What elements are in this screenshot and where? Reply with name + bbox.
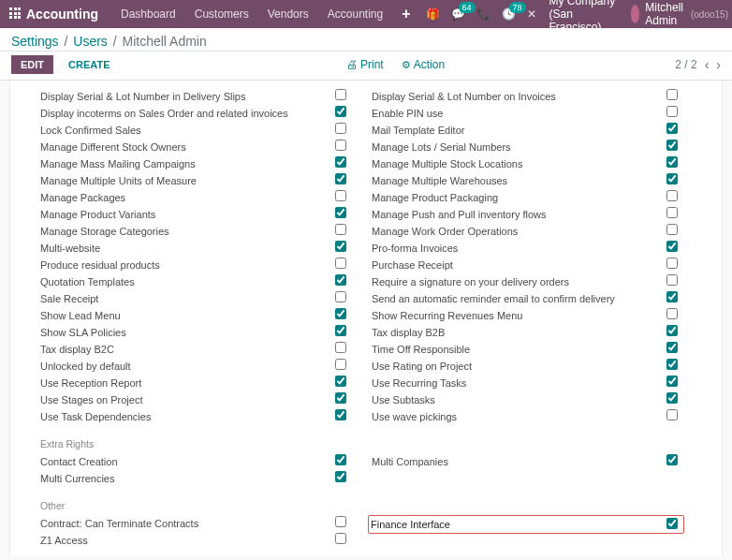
db-name: (odoo15): [691, 9, 728, 20]
permission-row: Use Reception Report: [40, 375, 353, 391]
extra-col-left: Contact CreationMulti Currencies: [40, 453, 372, 487]
nav-add-icon[interactable]: +: [402, 6, 410, 22]
nav-customers[interactable]: Customers: [195, 7, 249, 21]
permission-checkbox[interactable]: [666, 308, 678, 319]
permission-label: Quotation Templates: [40, 273, 329, 290]
phone-icon[interactable]: 📞: [476, 7, 490, 21]
permission-checkbox[interactable]: [666, 454, 678, 465]
permission-checkbox[interactable]: [335, 409, 346, 420]
permission-checkbox[interactable]: [335, 342, 346, 353]
permission-checkbox[interactable]: [335, 190, 346, 201]
app-brand[interactable]: Accounting: [26, 7, 98, 22]
avatar[interactable]: [631, 5, 639, 23]
permission-checkbox[interactable]: [666, 241, 678, 252]
edit-button[interactable]: EDIT: [11, 55, 53, 74]
permission-checkbox[interactable]: [335, 533, 346, 544]
permission-checkbox[interactable]: [666, 140, 678, 151]
create-button[interactable]: CREATE: [63, 58, 115, 71]
permission-checkbox[interactable]: [335, 471, 346, 482]
section-extra-rights: Extra Rights: [40, 438, 703, 449]
permission-checkbox[interactable]: [335, 241, 346, 252]
permission-checkbox[interactable]: [666, 190, 678, 201]
permission-row: Use Subtasks: [372, 391, 684, 408]
apps-icon[interactable]: [9, 7, 21, 21]
permission-checkbox[interactable]: [335, 123, 346, 134]
permission-row: Mail Template Editor: [372, 122, 684, 139]
messages-icon[interactable]: 💬64: [451, 7, 465, 21]
permission-checkbox[interactable]: [666, 89, 678, 100]
permission-checkbox[interactable]: [666, 106, 678, 117]
permission-checkbox[interactable]: [666, 342, 678, 353]
user-menu[interactable]: Mitchell Admin: [645, 1, 683, 27]
permission-checkbox[interactable]: [335, 454, 346, 465]
permission-checkbox[interactable]: [335, 359, 346, 370]
permission-row: Manage Mass Mailing Campaigns: [40, 155, 353, 172]
permission-checkbox[interactable]: [666, 207, 678, 218]
permission-checkbox[interactable]: [335, 89, 346, 100]
permission-row: Tax display B2B: [372, 324, 684, 341]
breadcrumb-users[interactable]: Users: [73, 34, 108, 49]
section-other: Other: [40, 500, 703, 511]
permission-label: Finance Interface: [371, 519, 666, 530]
permission-checkbox[interactable]: [335, 325, 346, 336]
company-selector[interactable]: My Company (San Francisco): [549, 0, 619, 34]
close-tray-icon[interactable]: ✕: [527, 7, 536, 21]
permission-checkbox[interactable]: [335, 156, 346, 168]
permission-checkbox[interactable]: [666, 291, 678, 302]
permission-label: Produce residual products: [40, 257, 329, 273]
activities-badge: 78: [509, 2, 526, 13]
permission-row: Manage Multiple Stock Locations: [372, 155, 684, 172]
permission-checkbox[interactable]: [666, 376, 678, 387]
permission-checkbox[interactable]: [666, 258, 678, 269]
permission-checkbox[interactable]: [666, 173, 678, 184]
permission-row: Use Task Dependencies: [40, 408, 353, 425]
permission-label: Send an automatic reminder email to conf…: [372, 290, 660, 307]
nav-accounting[interactable]: Accounting: [328, 7, 383, 21]
print-link[interactable]: 🖨 Print: [346, 58, 384, 71]
permission-checkbox[interactable]: [335, 106, 346, 117]
permission-checkbox[interactable]: [335, 173, 346, 184]
breadcrumb: Settings / Users / Mitchell Admin: [11, 34, 721, 51]
permission-row: Manage Work Order Operations: [372, 223, 684, 240]
permission-checkbox[interactable]: [666, 359, 678, 370]
permission-row: Multi Currencies: [40, 470, 353, 487]
permission-checkbox[interactable]: [335, 392, 346, 404]
activities-icon[interactable]: 🕓78: [502, 7, 516, 21]
permission-checkbox[interactable]: [666, 392, 678, 404]
permission-row: Lock Confirmed Sales: [40, 122, 353, 139]
permission-checkbox[interactable]: [666, 518, 678, 529]
pager-next-icon[interactable]: ›: [716, 57, 721, 72]
gift-icon[interactable]: 🎁: [426, 7, 440, 21]
permission-label: Pro-forma Invoices: [372, 240, 660, 257]
permission-checkbox[interactable]: [335, 376, 346, 387]
breadcrumb-current: Mitchell Admin: [123, 34, 207, 49]
permission-row: Manage Multiple Warehouses: [372, 172, 684, 189]
permission-checkbox[interactable]: [666, 123, 678, 134]
other-col-right: Finance Interface: [372, 515, 703, 549]
permission-checkbox[interactable]: [335, 140, 346, 151]
permission-checkbox[interactable]: [335, 258, 346, 269]
permission-checkbox[interactable]: [335, 274, 346, 286]
pager-prev-icon[interactable]: ‹: [705, 57, 710, 72]
permission-checkbox[interactable]: [335, 516, 346, 527]
breadcrumb-settings[interactable]: Settings: [11, 34, 59, 49]
permission-checkbox[interactable]: [666, 409, 678, 420]
permissions-col-right: Display Serial & Lot Number on InvoicesE…: [372, 88, 703, 425]
permission-checkbox[interactable]: [666, 325, 678, 336]
permission-checkbox[interactable]: [335, 207, 346, 218]
permissions-col-left: Display Serial & Lot Number in Delivery …: [40, 88, 372, 425]
permission-row: Unlocked by default: [40, 358, 353, 375]
nav-dashboard[interactable]: Dashboard: [121, 7, 176, 21]
permission-checkbox[interactable]: [666, 274, 678, 286]
permission-row: Display Serial & Lot Number on Invoices: [372, 88, 684, 105]
permission-label: Multi-website: [40, 240, 329, 257]
permission-label: Tax display B2B: [372, 324, 660, 341]
action-link[interactable]: ⚙ Action: [402, 58, 445, 71]
nav-vendors[interactable]: Vendors: [268, 7, 309, 21]
permission-label: Manage Push and Pull inventory flows: [372, 206, 660, 223]
permission-checkbox[interactable]: [335, 224, 346, 235]
permission-checkbox[interactable]: [335, 291, 346, 302]
permission-checkbox[interactable]: [335, 308, 346, 319]
permission-checkbox[interactable]: [666, 156, 678, 168]
permission-checkbox[interactable]: [666, 224, 678, 235]
